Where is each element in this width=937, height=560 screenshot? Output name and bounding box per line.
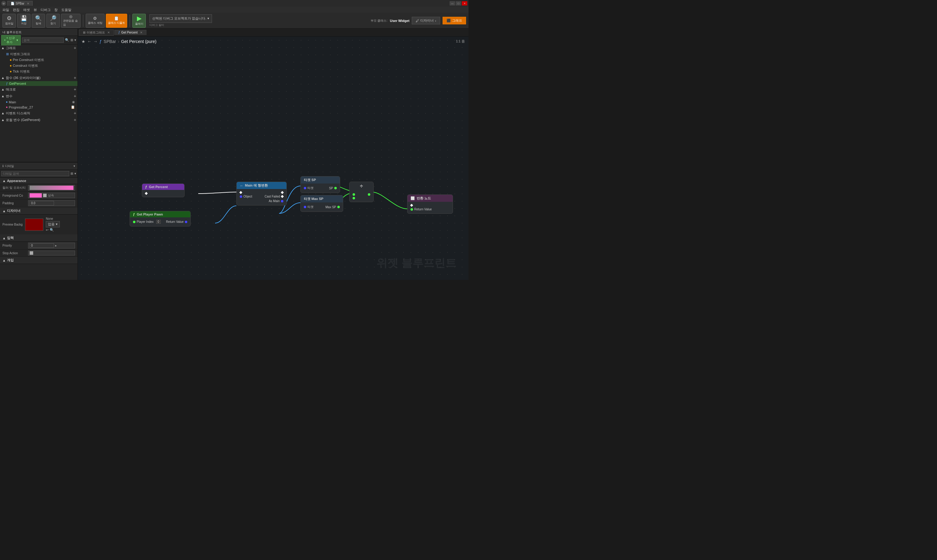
breadcrumb-back-icon[interactable]: ← (87, 39, 91, 44)
tree-section-functions[interactable]: ▲ 함수 (36 오버라이더블) + (0, 74, 77, 81)
menu-bar: 파일 편집 애셋 뷰 디버그 창 도움말 (0, 7, 468, 13)
priority-value[interactable]: ▸ (28, 243, 75, 248)
menu-file[interactable]: 파일 (2, 8, 9, 12)
menu-help[interactable]: 도움말 (61, 8, 71, 12)
tree-section-variables[interactable]: ▲ 변수 + (0, 93, 77, 99)
class-defaults-button[interactable]: 📋 클래스 디폴트 (106, 14, 128, 28)
detail-view-icon[interactable]: ⊞ (71, 172, 73, 175)
preview-dropdown-icon: ▾ (56, 222, 58, 226)
main-tab[interactable]: 📄 SPBar ✕ (7, 1, 32, 6)
event-graph-tab-close[interactable]: ✕ (107, 31, 110, 34)
expand-appearance-icon: ▲ (2, 179, 6, 183)
compile-button[interactable]: ⚙ 컴파일 (2, 14, 16, 28)
input-section-label: 입력 (7, 235, 14, 240)
tree-section-macros[interactable]: ▲ 매크로 + (0, 86, 77, 93)
detail-search-input[interactable] (1, 171, 69, 176)
add-variable-button[interactable]: + (74, 94, 76, 98)
tree-item-main-var[interactable]: ■ Main ◉ (0, 99, 77, 105)
gpp-player-index-label: Player Index (137, 220, 154, 223)
tree-section-local-vars[interactable]: ▲ 로컬 변수 (GetPercent) + (0, 117, 77, 123)
node-return[interactable]: ⬜ 반환 노드 Return Value (407, 194, 453, 214)
color-opacity-value[interactable] (28, 185, 75, 191)
node-divide[interactable]: ÷ (349, 182, 374, 202)
designer-button[interactable]: 🖊 디자이너 › (412, 17, 440, 25)
maxsp-out-pin: Max SP (325, 205, 340, 209)
stop-action-checkbox[interactable] (29, 251, 33, 255)
undo-preview-icon[interactable]: ↩ (46, 228, 48, 232)
view-options-icon[interactable]: ⊞ (71, 38, 73, 42)
tree-section-event-dispatch[interactable]: ▲ 이벤트 디스패처 + (0, 110, 77, 117)
node-max-sp[interactable]: 타겟 Max SP 타겟 Max SP (301, 195, 343, 212)
add-graph-button[interactable]: + (74, 45, 76, 50)
close-button[interactable]: ✕ (462, 1, 467, 6)
filter-icon[interactable]: ▾ (74, 38, 76, 42)
node-sp[interactable]: 타겟 SP 타겟 SP (301, 176, 340, 193)
node-get-percent[interactable]: ƒ Get Percent (142, 183, 185, 197)
tab-close[interactable]: ✕ (27, 2, 29, 5)
tab-event-graph[interactable]: ⊞ 이벤트그래프 ✕ (79, 29, 114, 36)
detail-more-icon[interactable]: ▾ (74, 172, 76, 175)
appearance-section-header[interactable]: ▲ Appearance (0, 178, 77, 184)
get-percent-tab-close[interactable]: ✕ (140, 31, 142, 34)
find-button[interactable]: 🔎 찾기 (46, 14, 60, 28)
divide-in1-pin-shape (353, 193, 355, 196)
add-local-var-button[interactable]: + (74, 117, 76, 122)
priority-stepper-icon[interactable]: ▸ (55, 244, 57, 247)
gpp-func-icon: ƒ (133, 212, 135, 216)
debug-filter-dropdown[interactable]: 선택된 디버그 오브젝트가 없습니다. ▾ (149, 14, 212, 23)
reset-preview-icon[interactable]: 🔍 (50, 228, 54, 232)
breadcrumb-forward-icon[interactable]: → (93, 39, 98, 44)
open-section-header[interactable]: ▲ 개입 (0, 257, 77, 264)
cast-object-row: Object Cast Failed (240, 194, 284, 199)
node-cast-main[interactable]: ↔ Main 에 형변환 Ob (236, 182, 287, 205)
foreground-color-value[interactable]: 상속 (28, 193, 75, 198)
tree-item-progressbar-var[interactable]: ■ ProgressBar_27 📋 (0, 105, 77, 110)
menu-window[interactable]: 창 (54, 8, 58, 12)
detail-collapse-icon[interactable]: ▾ (74, 164, 75, 168)
menu-edit[interactable]: 편집 (13, 8, 20, 12)
tab-get-percent[interactable]: ƒ Get Percent ✕ (114, 30, 146, 35)
tree-item-get-percent[interactable]: ƒ GetPercent (0, 81, 77, 86)
new-add-button[interactable]: + + 신규 추가 ▾ (1, 35, 21, 45)
eye-icon[interactable]: ◉ (72, 100, 75, 104)
graph-button[interactable]: ⬛ 그래프 (442, 17, 466, 25)
preview-bg-label: Preview Backg (2, 223, 23, 226)
class-settings-button[interactable]: ⚙ 클래스 세팅 (86, 14, 105, 28)
save-icon: 💾 (20, 15, 27, 21)
add-event-dispatch-button[interactable]: + (74, 111, 76, 115)
designer-section-header[interactable]: ▲ 디자이너 (0, 207, 77, 215)
tree-item-event-graph[interactable]: ⊞ 이벤트그래프 (0, 51, 77, 57)
class-defaults-icon: 📋 (114, 16, 119, 20)
widget-icon[interactable]: 📋 (71, 105, 75, 109)
node-get-player-pawn[interactable]: ƒ Get Player Pawn Player Index 0 Return … (129, 211, 191, 226)
priority-input[interactable] (29, 243, 54, 248)
save-button[interactable]: 💾 저장 (17, 14, 31, 28)
graph-canvas[interactable]: ★ ← → ƒ SPBar › Get Percent (pure) 1:1 줌 (78, 37, 468, 280)
add-macro-button[interactable]: + (74, 87, 76, 92)
padding-value[interactable] (28, 200, 75, 206)
breadcrumb-home-icon[interactable]: ★ (82, 39, 85, 44)
menu-asset[interactable]: 애셋 (23, 8, 30, 12)
input-section-header[interactable]: ▲ 입력 (0, 234, 77, 242)
stop-action-value[interactable] (28, 251, 75, 255)
tree-item-construct[interactable]: ◆ Construct 이벤트 (0, 63, 77, 69)
blueprint-search-input[interactable] (22, 37, 64, 43)
minimize-button[interactable]: — (450, 1, 455, 6)
preview-mode-dropdown[interactable]: 업음 ▾ (46, 221, 60, 228)
hide-unrelated-button[interactable]: ◎ 관련없음 숨김 (61, 14, 80, 28)
foreground-inherit-checkbox[interactable] (43, 194, 47, 197)
gpp-player-index-value[interactable]: 0 (156, 220, 161, 224)
maximize-button[interactable]: □ (456, 1, 461, 6)
tree-item-tick[interactable]: ◆ Tick 이벤트 (0, 69, 77, 74)
padding-input[interactable] (29, 201, 54, 205)
play-button[interactable]: ▶ 플레이 (133, 14, 146, 28)
tree-item-pre-construct[interactable]: ◆ Pre Construct 이벤트 (0, 57, 77, 63)
add-function-button[interactable]: + (74, 75, 76, 80)
breadcrumb-page: Get Percent (pure) (121, 39, 156, 44)
cast-exec-out (281, 191, 284, 194)
browse-button[interactable]: 🔍 탐색 (32, 14, 45, 28)
preview-bg-swatch[interactable] (25, 218, 43, 231)
menu-view[interactable]: 뷰 (34, 8, 37, 12)
menu-debug[interactable]: 디버그 (40, 8, 51, 12)
tree-section-graph[interactable]: ▲ 그래프 + (0, 45, 77, 51)
